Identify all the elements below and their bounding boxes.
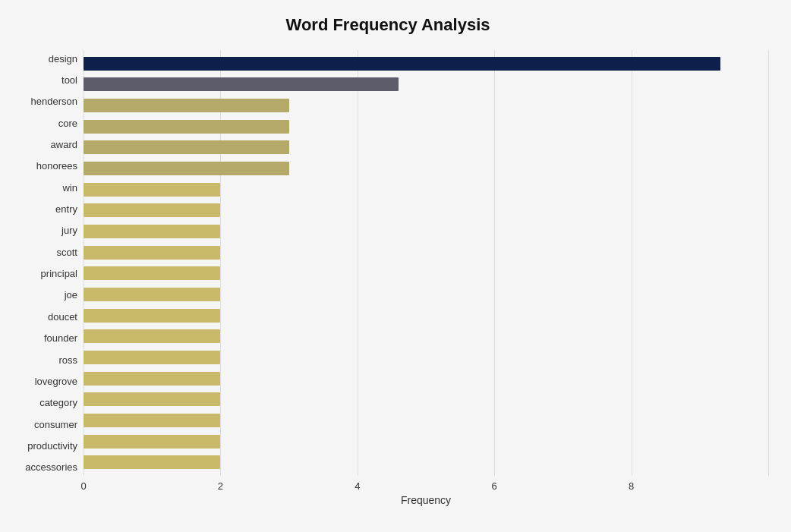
x-tick: 8 <box>629 480 634 492</box>
bar-row <box>84 284 768 305</box>
bar <box>84 455 220 469</box>
bar <box>84 57 720 71</box>
grid-line <box>768 50 769 476</box>
bar-row <box>84 326 768 348</box>
bar <box>84 162 289 175</box>
y-label: scott <box>57 244 77 260</box>
x-tick: 6 <box>492 480 497 492</box>
bar-row <box>84 368 768 389</box>
bar-row <box>84 410 768 431</box>
bar-row <box>84 116 768 137</box>
y-label: principal <box>41 266 77 282</box>
y-label: design <box>49 50 77 67</box>
bar <box>84 351 220 364</box>
y-label: doucet <box>48 308 77 325</box>
bar-row <box>84 389 768 411</box>
chart-area: designtoolhendersoncoreawardhonoreeswine… <box>8 50 768 476</box>
y-label: lovegrove <box>35 373 77 389</box>
bar <box>84 414 220 427</box>
y-label: ross <box>58 351 77 368</box>
x-tick: 0 <box>80 480 86 492</box>
bar <box>84 266 220 280</box>
y-label: entry <box>55 201 77 218</box>
y-label: tool <box>61 71 77 88</box>
y-label: accessories <box>25 459 77 476</box>
bar <box>84 77 399 91</box>
bar-row <box>84 242 768 263</box>
y-label: honorees <box>36 158 77 175</box>
bar-row <box>84 74 768 96</box>
bar-row <box>84 347 768 368</box>
y-label: award <box>51 136 77 153</box>
plot-area <box>84 50 768 476</box>
bar-row <box>84 305 768 326</box>
bar-row <box>84 95 768 116</box>
bar <box>84 246 220 260</box>
y-label: founder <box>44 330 77 347</box>
bar-row <box>84 263 768 285</box>
y-label: consumer <box>34 416 77 433</box>
bar <box>84 329 220 343</box>
x-tick: 4 <box>355 480 360 492</box>
bar-row <box>84 179 768 200</box>
bar-row <box>84 452 768 473</box>
bar <box>84 309 220 323</box>
bar <box>84 435 220 449</box>
bar <box>84 120 289 134</box>
y-label: joe <box>65 287 77 304</box>
bars-container <box>84 50 768 476</box>
x-tick: 2 <box>218 480 223 492</box>
y-label: category <box>39 395 77 411</box>
bar-row <box>84 221 768 242</box>
y-axis: designtoolhendersoncoreawardhonoreeswine… <box>8 50 84 476</box>
bar <box>84 372 220 386</box>
bar <box>84 225 220 238</box>
y-label: productivity <box>27 437 77 454</box>
bar-row <box>84 158 768 179</box>
bar-row <box>84 137 768 159</box>
bar <box>84 99 289 112</box>
x-axis-label: Frequency <box>84 494 768 506</box>
y-label: win <box>62 179 77 196</box>
bar <box>84 140 289 154</box>
y-label: jury <box>61 222 77 239</box>
bar-row <box>84 53 768 74</box>
chart-container: Word Frequency Analysis designtoolhender… <box>0 0 791 532</box>
bar <box>84 288 220 301</box>
bar <box>84 203 220 217</box>
bottom-section: 02468 Frequency <box>8 476 768 506</box>
y-label: core <box>58 115 77 131</box>
bar-row <box>84 200 768 222</box>
x-axis: 02468 <box>84 476 768 491</box>
chart-title: Word Frequency Analysis <box>8 15 768 35</box>
bar <box>84 392 220 406</box>
bars-rows <box>84 50 768 476</box>
bar-row <box>84 431 768 452</box>
bar <box>84 183 220 197</box>
y-label: henderson <box>31 93 77 110</box>
